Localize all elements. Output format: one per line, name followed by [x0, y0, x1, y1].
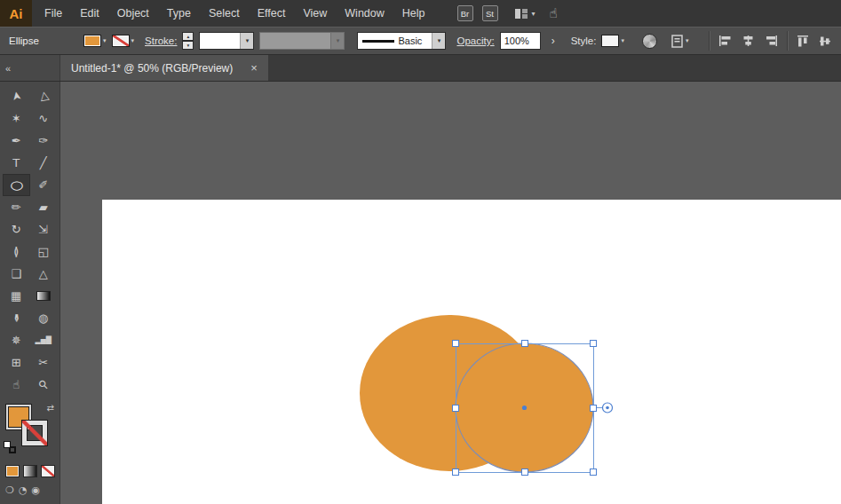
- selection-handle[interactable]: [453, 469, 459, 476]
- ellipse-tool[interactable]: ○: [3, 174, 30, 196]
- illustrator-window: Ai FileEditObjectTypeSelectEffectViewWin…: [0, 0, 841, 504]
- paintbrush-tool-icon: ✐: [38, 179, 48, 191]
- line-segment-tool[interactable]: ╱: [30, 152, 58, 174]
- selection-handle[interactable]: [453, 405, 459, 411]
- pen-tool[interactable]: ✒: [3, 130, 30, 152]
- width-tool[interactable]: ≬: [3, 240, 30, 263]
- chevron-down-icon[interactable]: ▾: [240, 33, 253, 49]
- stroke-color-dropdown[interactable]: ▾: [112, 35, 135, 47]
- mesh-tool-icon: ▦: [11, 290, 21, 302]
- eraser-tool[interactable]: ▰: [30, 196, 58, 218]
- close-icon[interactable]: ×: [250, 61, 258, 75]
- selection-handle[interactable]: [591, 469, 597, 476]
- menu-view[interactable]: View: [294, 0, 336, 27]
- stroke-weight-stepper[interactable]: ▴ ▾: [182, 32, 194, 50]
- menu-file[interactable]: File: [36, 0, 71, 27]
- menu-window[interactable]: Window: [336, 0, 393, 27]
- paintbrush-tool[interactable]: ✐: [30, 174, 58, 196]
- none-button[interactable]: [41, 465, 55, 477]
- tab-title: Untitled-1* @ 50% (RGB/Preview): [71, 62, 233, 75]
- magic-wand-tool-icon: ✶: [12, 113, 21, 124]
- gradient-button[interactable]: [23, 465, 37, 477]
- document-setup-dropdown[interactable]: ▾: [671, 35, 689, 48]
- selection-handle[interactable]: [591, 341, 597, 347]
- stroke-color-swatch: [112, 35, 130, 47]
- panel-collapse-icon[interactable]: «: [5, 63, 11, 74]
- document-tab[interactable]: Untitled-1* @ 50% (RGB/Preview) ×: [60, 55, 268, 81]
- gradient-tool[interactable]: [30, 285, 58, 307]
- stroke-label[interactable]: Stroke:: [145, 35, 177, 46]
- menu-select[interactable]: Select: [200, 0, 249, 27]
- default-fill-stroke-icon[interactable]: [4, 441, 16, 453]
- align-vertical-top-icon[interactable]: [796, 34, 810, 49]
- fill-color-dropdown[interactable]: ▾: [83, 35, 107, 47]
- mesh-tool[interactable]: ▦: [3, 285, 30, 307]
- slice-tool[interactable]: ✂: [30, 351, 58, 374]
- menu-badges: BrSt: [457, 5, 498, 21]
- stepper-up-icon[interactable]: ▴: [182, 32, 194, 41]
- symbol-sprayer-tool[interactable]: ✵: [3, 329, 30, 351]
- selection-handle[interactable]: [521, 341, 528, 347]
- chevron-down-icon: ▾: [686, 37, 689, 44]
- opacity-more-button[interactable]: ›: [546, 32, 560, 50]
- document-canvas[interactable]: [60, 82, 841, 504]
- draw-inside-mode-icon[interactable]: ◉: [31, 484, 40, 496]
- selection-handle[interactable]: [453, 341, 459, 347]
- menu-effect[interactable]: Effect: [249, 0, 295, 27]
- type-tool[interactable]: T: [3, 152, 30, 174]
- color-button[interactable]: [5, 465, 20, 477]
- align-horizontal-right-icon[interactable]: [764, 34, 779, 48]
- stroke-weight-combo[interactable]: ▾: [199, 32, 254, 50]
- blend-tool[interactable]: ◍: [30, 307, 58, 329]
- draw-behind-mode-icon[interactable]: ◔: [19, 484, 28, 496]
- brush-definition-value: Basic: [394, 35, 432, 46]
- stroke-swatch[interactable]: [22, 421, 47, 445]
- align-group: [709, 31, 832, 51]
- context-label: Ellipse: [9, 35, 78, 46]
- zoom-tool[interactable]: ⚲: [30, 374, 58, 396]
- scale-tool[interactable]: ⇲: [30, 218, 58, 240]
- align-vertical-center-icon[interactable]: [818, 34, 832, 49]
- artboard-tool[interactable]: ⊞: [3, 351, 30, 374]
- eyedropper-tool-icon: ✒: [11, 313, 22, 323]
- selection-handle[interactable]: [591, 405, 597, 411]
- free-transform-tool[interactable]: ◱: [30, 240, 58, 263]
- opacity-input[interactable]: [500, 32, 541, 50]
- selection-handle[interactable]: [521, 469, 528, 476]
- draw-normal-mode-icon[interactable]: ❍: [5, 484, 14, 496]
- selection-center-point[interactable]: [522, 406, 527, 410]
- column-graph-tool[interactable]: ▂▅█: [30, 329, 58, 351]
- perspective-grid-tool[interactable]: △: [30, 263, 58, 285]
- lasso-tool[interactable]: ∿: [30, 107, 58, 130]
- recolor-artwork-icon[interactable]: [642, 34, 657, 49]
- selection-tool[interactable]: ➤: [3, 85, 30, 107]
- blend-tool-icon: ◍: [38, 312, 48, 324]
- rotate-tool[interactable]: ↻: [3, 218, 30, 240]
- swap-fill-stroke-icon[interactable]: ⇄: [47, 403, 54, 413]
- align-horizontal-center-icon[interactable]: [741, 34, 756, 48]
- eyedropper-tool[interactable]: ✒: [3, 307, 30, 329]
- menu-type[interactable]: Type: [158, 0, 200, 27]
- brush-definition-combo[interactable]: Basic ▾: [357, 32, 446, 50]
- direct-selection-tool[interactable]: ▷: [30, 85, 58, 107]
- menu-object[interactable]: Object: [108, 0, 158, 27]
- magic-wand-tool[interactable]: ✶: [3, 107, 30, 130]
- column-graph-tool-icon: ▂▅█: [36, 337, 52, 344]
- tab-row: « Untitled-1* @ 50% (RGB/Preview) ×: [0, 55, 841, 82]
- curvature-tool[interactable]: ✑: [30, 130, 58, 152]
- opacity-label[interactable]: Opacity:: [456, 35, 494, 46]
- stepper-down-icon[interactable]: ▾: [182, 41, 194, 50]
- align-horizontal-left-icon[interactable]: [718, 34, 733, 48]
- bridge-badge[interactable]: Br: [457, 5, 473, 21]
- menu-edit[interactable]: Edit: [71, 0, 108, 27]
- scale-tool-icon: ⇲: [38, 224, 48, 235]
- pencil-tool[interactable]: ✏: [3, 196, 30, 218]
- stock-badge[interactable]: St: [482, 5, 498, 21]
- touch-workspace-icon[interactable]: ☝: [550, 5, 558, 21]
- workspace-switcher[interactable]: ▾: [514, 8, 536, 20]
- hand-tool[interactable]: ☝: [3, 374, 30, 396]
- style-dropdown[interactable]: ▾: [601, 35, 624, 47]
- shape-builder-tool[interactable]: ❑: [3, 263, 30, 285]
- menu-help[interactable]: Help: [393, 0, 434, 27]
- chevron-down-icon[interactable]: ▾: [432, 33, 445, 49]
